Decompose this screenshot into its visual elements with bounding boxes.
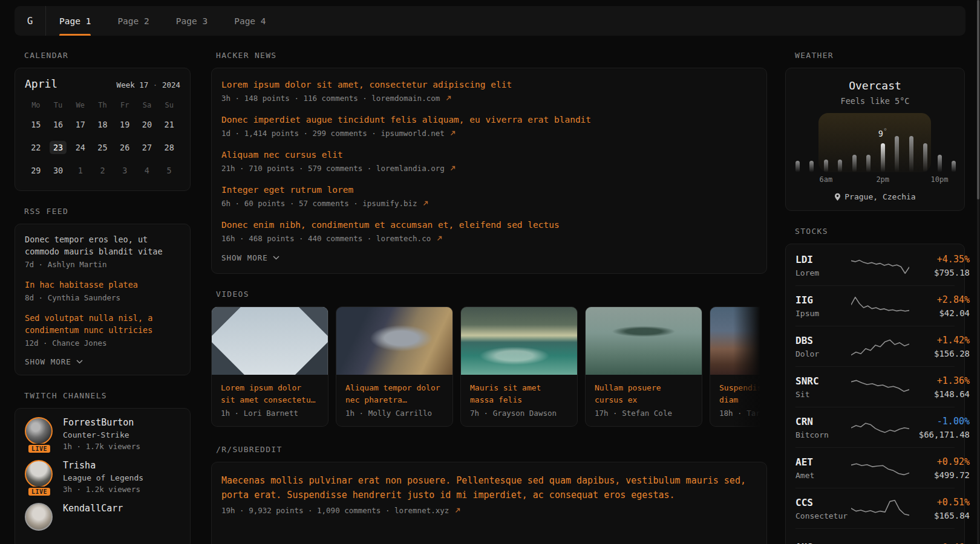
video-thumbnail[interactable]: [336, 307, 452, 375]
rss-show-more-button[interactable]: SHOW MORE: [25, 357, 83, 366]
calendar-day-selected[interactable]: 23: [47, 136, 70, 159]
hn-item-title[interactable]: Donec enim nibh, condimentum et accumsan…: [221, 218, 757, 232]
video-card[interactable]: Aliquam tempor dolornec pharetra… 1h · M…: [336, 306, 453, 427]
channel-avatar-image: [25, 417, 53, 445]
stock-row[interactable]: CCSConsectetur +0.51%$165.84: [795, 488, 955, 528]
stock-row[interactable]: AETAmet +0.92%$499.72: [795, 447, 955, 488]
hn-item-meta: 3h · 148 points · 116 comments · loremdo…: [221, 94, 757, 103]
calendar-day[interactable]: 20: [136, 113, 158, 136]
calendar-day-next-month[interactable]: 1: [69, 159, 91, 182]
video-title[interactable]: Suspendissediam: [719, 382, 767, 406]
hn-item-title[interactable]: Aliquam nec cursus elit: [221, 148, 757, 161]
tab-page-2[interactable]: Page 2: [104, 6, 162, 36]
calendar-day[interactable]: 19: [114, 113, 136, 136]
tab-page-1[interactable]: Page 1: [46, 6, 104, 36]
channel-meta: 3h · 1.2k viewers: [63, 485, 143, 494]
video-card[interactable]: Nullam posuerecursus ex 17h · Stefan Col…: [585, 306, 702, 427]
stock-row[interactable]: AHS +0.46%: [795, 528, 955, 544]
chevron-down-icon: [76, 360, 83, 364]
stock-price: $795.18: [909, 268, 970, 277]
channel-name[interactable]: KendallCarr: [63, 503, 123, 514]
channel-name[interactable]: Trisha: [63, 460, 143, 471]
calendar-day[interactable]: 21: [158, 113, 180, 136]
tab-page-3[interactable]: Page 3: [163, 6, 221, 36]
rss-item[interactable]: Sed volutpat nulla nisl, a condimentum n…: [25, 312, 180, 348]
weekday-label: Fr: [114, 97, 136, 113]
rss-item[interactable]: Donec tempor eros leo, ut commodo mauris…: [25, 233, 180, 269]
calendar-week-year: Week 17 · 2024: [117, 80, 180, 89]
hackernews-item[interactable]: Donec imperdiet augue tincidunt felis al…: [221, 113, 757, 138]
external-link-icon: [437, 236, 442, 241]
calendar-day[interactable]: 17: [69, 113, 91, 136]
calendar-month: April: [25, 77, 57, 90]
subreddit-post-title[interactable]: Maecenas mollis pulvinar erat non posuer…: [221, 473, 757, 502]
rss-item-meta: 12d · Chance Jones: [25, 338, 180, 348]
avatar: LIVE: [25, 417, 54, 451]
video-thumbnail[interactable]: [212, 307, 328, 375]
calendar-day-next-month[interactable]: 4: [136, 159, 158, 182]
calendar-day[interactable]: 25: [91, 136, 114, 159]
rss-item[interactable]: In hac habitasse platea 8d · Cynthia Sau…: [25, 279, 180, 302]
weekday-label: Tu: [47, 97, 70, 113]
calendar-day[interactable]: 29: [25, 159, 47, 182]
video-title[interactable]: Aliquam tempor dolornec pharetra…: [345, 382, 443, 406]
video-thumbnail[interactable]: [586, 307, 702, 375]
video-title[interactable]: Mauris sit ametmassa felis: [470, 382, 568, 406]
video-thumbnail[interactable]: [461, 307, 577, 375]
video-title[interactable]: Nullam posuerecursus ex: [595, 382, 693, 406]
hackernews-item[interactable]: Integer eget rutrum lorem 6h · 60 points…: [221, 183, 757, 208]
video-card[interactable]: Mauris sit ametmassa felis 7h · Grayson …: [460, 306, 578, 427]
stock-row[interactable]: LDILorem +4.35%$795.18: [795, 245, 955, 285]
stock-row[interactable]: DBSDolor +1.42%$156.28: [795, 326, 955, 366]
video-title[interactable]: Lorem ipsum dolorsit amet consectetu…: [221, 382, 319, 406]
hn-item-title[interactable]: Lorem ipsum dolor sit amet, consectetur …: [221, 78, 757, 91]
weather-section-label: WEATHER: [795, 51, 965, 60]
video-card[interactable]: Lorem ipsum dolorsit amet consectetu… 1h…: [211, 306, 328, 427]
hn-item-title[interactable]: Donec imperdiet augue tincidunt felis al…: [221, 113, 757, 126]
subreddit-widget: Maecenas mollis pulvinar erat non posuer…: [211, 462, 767, 544]
stock-price: $148.64: [909, 389, 970, 399]
external-link-icon: [446, 96, 451, 101]
rss-item-title[interactable]: In hac habitasse platea: [25, 279, 180, 291]
calendar-day[interactable]: 15: [25, 113, 47, 136]
calendar-day-next-month[interactable]: 5: [158, 159, 180, 182]
video-card[interactable]: Suspendissediam 18h · Tara: [710, 306, 767, 427]
twitch-channel-row[interactable]: LIVE ForrestBurton Counter-Strike 1h · 1…: [25, 417, 180, 451]
hackernews-item[interactable]: Donec enim nibh, condimentum et accumsan…: [221, 218, 757, 243]
subreddit-post[interactable]: Maecenas mollis pulvinar erat non posuer…: [221, 473, 757, 515]
stock-row[interactable]: SNRCSit +1.36%$148.64: [795, 366, 955, 407]
rss-item-title[interactable]: Sed volutpat nulla nisl, a condimentum n…: [25, 312, 180, 336]
hackernews-item[interactable]: Lorem ipsum dolor sit amet, consectetur …: [221, 78, 757, 103]
calendar-widget: April Week 17 · 2024 Mo Tu We Th Fr Sa S…: [15, 68, 191, 191]
calendar-day[interactable]: 30: [47, 159, 70, 182]
weather-hour-tick: 6am: [820, 175, 833, 184]
stock-row[interactable]: IIGIpsum +2.84%$42.04: [795, 285, 955, 326]
calendar-day[interactable]: 18: [91, 113, 114, 136]
stock-row[interactable]: CRNBitcorn -1.00%$66,171.48: [795, 407, 955, 447]
calendar-day[interactable]: 24: [69, 136, 91, 159]
weather-hour-labels: 6am2pm10pm: [795, 175, 955, 186]
stock-symbol: LDI: [795, 254, 851, 265]
scrollbar-thumb[interactable]: [977, 0, 979, 199]
hackernews-item[interactable]: Aliquam nec cursus elit 21h · 710 points…: [221, 148, 757, 173]
rss-item-title[interactable]: Donec tempor eros leo, ut commodo mauris…: [25, 233, 180, 257]
calendar-day-next-month[interactable]: 3: [114, 159, 136, 182]
tab-page-4[interactable]: Page 4: [221, 6, 279, 36]
calendar-day[interactable]: 27: [136, 136, 158, 159]
twitch-channel-row[interactable]: KendallCarr: [25, 503, 180, 531]
twitch-channel-row[interactable]: LIVE Trisha League of Legends 3h · 1.2k …: [25, 460, 180, 494]
calendar-day[interactable]: 22: [25, 136, 47, 159]
calendar-day[interactable]: 26: [114, 136, 136, 159]
channel-name[interactable]: ForrestBurton: [63, 417, 140, 428]
hackernews-section-label: HACKER NEWS: [216, 51, 767, 60]
calendar-day[interactable]: 16: [47, 113, 70, 136]
calendar-day[interactable]: 28: [158, 136, 180, 159]
hn-item-title[interactable]: Integer eget rutrum lorem: [221, 183, 757, 196]
avatar: LIVE: [25, 460, 54, 494]
channel-game: Counter-Strike: [63, 430, 140, 439]
hn-show-more-button[interactable]: SHOW MORE: [221, 253, 279, 262]
calendar-day-next-month[interactable]: 2: [91, 159, 114, 182]
video-thumbnail[interactable]: [710, 307, 767, 375]
stock-change: +1.36%: [909, 375, 970, 386]
avatar: [25, 503, 54, 531]
